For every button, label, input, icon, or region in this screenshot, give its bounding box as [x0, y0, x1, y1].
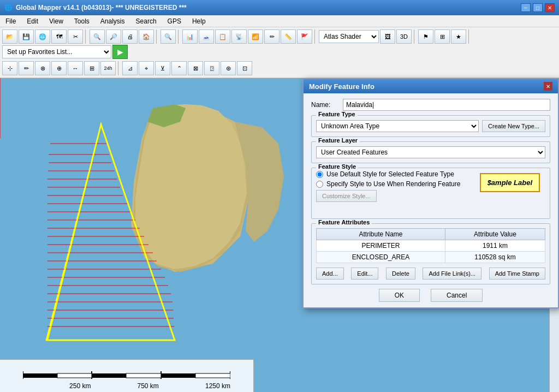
tb-open-btn[interactable]: 📂 [2, 29, 17, 44]
svg-rect-37 [23, 373, 57, 378]
menu-analysis[interactable]: Analysis [98, 17, 127, 26]
tb-draw4[interactable]: ⊕ [51, 61, 67, 75]
name-input[interactable] [343, 99, 550, 111]
toolbar-separator-6 [468, 29, 471, 44]
tb-search-btn[interactable]: 🔍 [160, 29, 176, 44]
toolbar-separator-3 [178, 29, 180, 44]
tb-map-btn[interactable]: 🗺 [51, 29, 67, 44]
name-field-row: Name: [311, 99, 550, 111]
feature-attributes-group: Feature Attributes Attribute Name Attrib… [311, 223, 550, 284]
svg-rect-39 [92, 373, 126, 378]
scale-labels: 250 km 750 km 1250 km [23, 382, 230, 390]
tb-draw11[interactable]: ⌃ [171, 61, 187, 75]
tb-layers-btn[interactable]: 📋 [215, 29, 230, 44]
tb-chart-btn[interactable]: 📊 [182, 29, 198, 44]
favorites-select[interactable]: Set up Favorites List... [2, 45, 111, 58]
feature-layer-content: User Created Features [316, 146, 545, 158]
tb-3d2-btn[interactable]: 3D [396, 29, 412, 44]
feature-layer-label: Feature Layer [316, 137, 360, 144]
close-button[interactable]: ✕ [545, 3, 555, 12]
tb-draw5[interactable]: ↔ [68, 61, 83, 75]
feature-style-group: Feature Style Use Default Style for Sele… [311, 168, 550, 219]
tb-pencil-btn[interactable]: ✏ [264, 29, 280, 44]
tb-print-btn[interactable]: 🖨 [122, 29, 138, 44]
maximize-button[interactable]: □ [533, 3, 543, 12]
tb-star-btn[interactable]: ★ [451, 29, 466, 44]
table-row: ENCLOSED_AREA 110528 sq km [317, 252, 545, 263]
svg-rect-42 [195, 373, 230, 378]
attr-name-perimeter: PERIMETER [317, 240, 445, 252]
tb-globe-btn[interactable]: 🌐 [35, 29, 50, 44]
menu-help[interactable]: Help [190, 17, 208, 26]
app-icon: 🌐 [4, 4, 13, 11]
main-content: 250 km 750 km 1250 km ▲ Modify Feature I… [0, 78, 559, 392]
customize-style-btn[interactable]: Customize Style... [316, 190, 377, 202]
tb-draw15[interactable]: ⊡ [237, 61, 252, 75]
tb-draw13[interactable]: ⍰ [204, 61, 219, 75]
svg-rect-38 [57, 373, 92, 378]
menu-gps[interactable]: GPS [165, 17, 183, 26]
tb-draw7[interactable]: 24h [100, 61, 116, 75]
toolbar-separator-5 [414, 29, 416, 44]
menu-tools[interactable]: Tools [72, 17, 92, 26]
tb-zoom-in-btn[interactable]: 🔍 [90, 29, 105, 44]
col-header-value: Attribute Value [445, 229, 545, 240]
menu-edit[interactable]: Edit [25, 17, 40, 26]
edit-attr-btn[interactable]: Edit... [351, 268, 378, 280]
menu-bar: File Edit View Tools Analysis Search GPS… [0, 15, 559, 27]
tb-draw10[interactable]: ⊻ [155, 61, 170, 75]
tb-draw8[interactable]: ⊿ [122, 61, 138, 75]
cancel-button[interactable]: Cancel [431, 289, 483, 302]
tb-home-btn[interactable]: 🏠 [139, 29, 154, 44]
menu-search[interactable]: Search [134, 17, 159, 26]
tb-satellite-btn[interactable]: 📡 [231, 29, 247, 44]
feature-layer-group: Feature Layer User Created Features [311, 141, 550, 163]
radio-default-label: Use Default Style for Selected Feature T… [326, 170, 454, 178]
menu-file[interactable]: File [3, 17, 18, 26]
play-button[interactable]: ▶ [112, 45, 128, 59]
tb-3d-btn[interactable]: 🗻 [199, 29, 214, 44]
feature-layer-select[interactable]: User Created Features [316, 146, 545, 158]
tb-img1-btn[interactable]: 🖼 [380, 29, 395, 44]
toolbar-row-1: 📂 💾 🌐 🗺 ✂ 🔍 🔎 🖨 🏠 🔍 📊 🗻 📋 📡 📶 ✏ 📏 🚩 Atla… [2, 28, 557, 60]
shader-select[interactable]: Atlas Shader [319, 30, 379, 43]
tb-draw14[interactable]: ⊛ [221, 61, 236, 75]
delete-attr-btn[interactable]: Delete [386, 268, 415, 280]
add-attr-btn[interactable]: Add... [316, 268, 344, 280]
feature-style-label: Feature Style [316, 163, 358, 170]
toolbar-separator-4 [314, 29, 317, 44]
attr-name-area: ENCLOSED_AREA [317, 252, 445, 263]
minimize-button[interactable]: − [521, 3, 531, 12]
toolbar-separator-7 [118, 61, 120, 75]
tb-draw6[interactable]: ⊞ [84, 61, 99, 75]
tb-antenna-btn[interactable]: 📶 [248, 29, 263, 44]
dialog-title-bar: Modify Feature Info ✕ [304, 79, 558, 93]
radio-specify-label: Specify Style to Use When Rendering Feat… [326, 180, 460, 188]
tb-draw12[interactable]: ⊠ [188, 61, 203, 75]
svg-rect-40 [126, 373, 161, 378]
tb-draw2[interactable]: ✏ [19, 61, 34, 75]
tb-flag2-btn[interactable]: ⚑ [418, 29, 433, 44]
attr-btn-row: Add... Edit... Delete Add File Link(s)..… [316, 268, 545, 280]
menu-view[interactable]: View [47, 17, 66, 26]
scale-bar-svg [23, 365, 230, 381]
attributes-table: Attribute Name Attribute Value PERIMETER… [316, 228, 545, 263]
ok-button[interactable]: OK [379, 289, 420, 302]
radio-specify-style[interactable] [316, 181, 323, 188]
tb-save-btn[interactable]: 💾 [19, 29, 34, 44]
add-file-link-btn[interactable]: Add File Link(s)... [423, 268, 481, 280]
dialog-close-btn[interactable]: ✕ [544, 82, 552, 91]
tb-flag-btn[interactable]: 🚩 [297, 29, 312, 44]
tb-draw3[interactable]: ⊗ [35, 61, 50, 75]
feature-type-select[interactable]: Unknown Area Type [316, 120, 479, 132]
tb-draw9[interactable]: ⌖ [139, 61, 154, 75]
tb-ruler-btn[interactable]: 📏 [281, 29, 296, 44]
create-new-type-btn[interactable]: Create New Type... [482, 120, 545, 132]
name-label: Name: [311, 101, 338, 109]
tb-grid-btn[interactable]: ⊞ [435, 29, 450, 44]
tb-zoom-out-btn[interactable]: 🔎 [106, 29, 121, 44]
radio-default-style[interactable] [316, 171, 323, 178]
tb-draw1[interactable]: ⊹ [2, 61, 17, 75]
tb-scissors-btn[interactable]: ✂ [68, 29, 83, 44]
add-timestamp-btn[interactable]: Add Time Stamp [489, 268, 545, 280]
